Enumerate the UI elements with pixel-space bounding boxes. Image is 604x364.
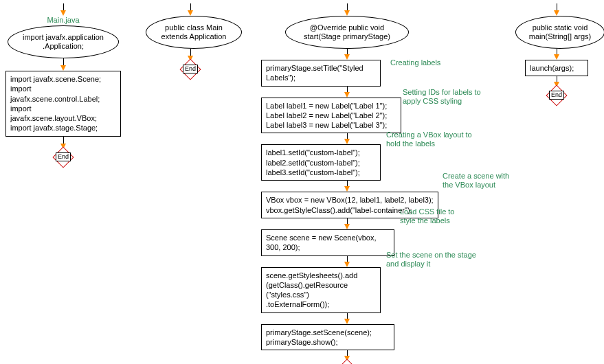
box-settitle: primaryStage.setTitle("Styled Labels"); [261, 60, 381, 87]
annot-load-css: Load CSS file to style the labels [400, 207, 455, 225]
box-labels: Label label1 = new Label("Label 1"); Lab… [261, 98, 401, 134]
box-stylesheets: scene.getStylesheets().add (getClass().g… [261, 267, 381, 313]
ellipse-main-method: public static void main(String[] args) [515, 16, 604, 49]
annot-set-scene-stage: Set the scene on the stage and display i… [386, 251, 476, 269]
box-setid: label1.setId("custom-label"); label2.set… [261, 144, 381, 181]
ellipse-import-app: import javafx.application .Application; [8, 25, 119, 58]
annot-creating-labels: Creating labels [390, 58, 440, 67]
file-title: Main.java [5, 16, 121, 24]
annot-vbox-layout: Creating a VBox layout to hold the label… [386, 130, 472, 148]
box-imports: import javafx.scene.Scene; import javafx… [5, 71, 121, 137]
end-node: End [53, 149, 74, 166]
end-node: End [180, 61, 201, 78]
box-launch: launch(args); [525, 60, 588, 76]
box-setscene: primaryStage.setScene(scene); primarySta… [261, 324, 394, 351]
ellipse-class-main: public class Main extends Application [146, 16, 242, 49]
annot-create-scene: Create a scene with the VBox layout [443, 172, 509, 190]
annot-setting-ids: Setting IDs for labels to apply CSS styl… [403, 88, 481, 106]
ellipse-start-method: @Override public void start(Stage primar… [285, 16, 409, 49]
end-node: End [337, 361, 357, 364]
end-node: End [546, 87, 567, 104]
box-scene: Scene scene = new Scene(vbox, 300, 200); [261, 229, 394, 256]
